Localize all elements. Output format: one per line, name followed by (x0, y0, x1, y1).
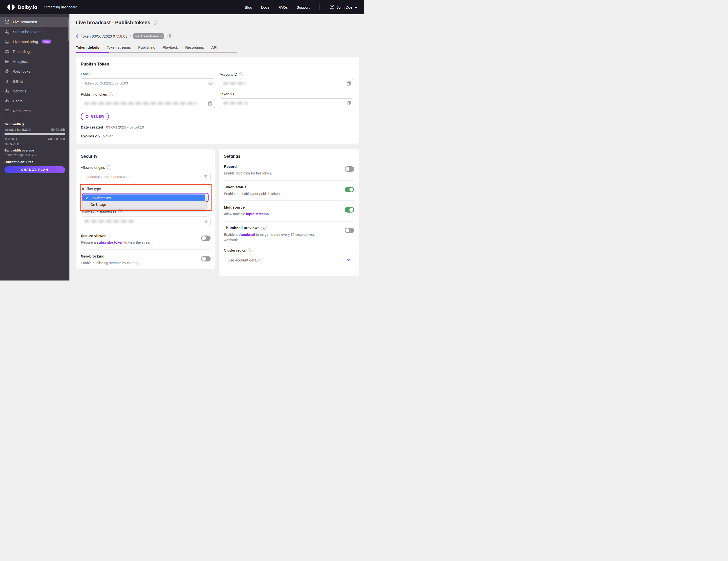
sidebar-item-label: Resources (13, 109, 31, 113)
sidebar: Live broadcast Subscribe tokens Live mon… (0, 14, 69, 281)
tab-playback[interactable]: Playback (163, 45, 178, 52)
thumbnail-previews-info-icon[interactable]: i (261, 226, 266, 230)
tab-underline (76, 52, 237, 53)
edit-allowed-origins-button[interactable] (200, 174, 210, 179)
dropdown-option-label: On Usage (90, 203, 106, 207)
person-shield-icon (4, 29, 9, 34)
multisource-title: Multisource (224, 205, 270, 209)
chevron-down-icon (354, 6, 358, 8)
date-created-value: 03 Oct 2023 - 07:58:10 (106, 125, 144, 129)
sidebar-item-users[interactable]: Users (0, 96, 69, 106)
label-field (81, 78, 215, 88)
record-desc: Enable recording for this token. (224, 171, 272, 176)
page-info-icon[interactable]: i (153, 21, 157, 25)
allowed-origins-input[interactable] (85, 175, 200, 179)
breadcrumb-separator: / (129, 34, 130, 38)
ip-filter-dropdown-menu: ✓ IP Addresses On Usage (83, 194, 206, 209)
tab-token-streams[interactable]: Token streams (107, 45, 131, 52)
cluster-region-info-icon[interactable]: i (248, 248, 252, 252)
change-plan-button[interactable]: CHANGE PLAN (4, 166, 65, 173)
allowed-origins-label: Allowed origins (81, 166, 105, 170)
bandwidth-used: Used 0.00 B (48, 137, 65, 141)
sidebar-item-resources[interactable]: Resources (0, 106, 69, 116)
account-id-field (220, 79, 354, 88)
monitor-icon (4, 39, 9, 44)
copy-stream-button[interactable] (167, 34, 171, 39)
copy-publishing-token-button[interactable] (205, 101, 215, 106)
tab-token-details[interactable]: Token details (76, 45, 99, 52)
account-id-info-icon[interactable]: i (239, 72, 243, 76)
edit-allowed-ip-button[interactable] (200, 219, 210, 224)
included-bandwidth-label: Included bandwidth (4, 128, 31, 131)
record-toggle[interactable] (345, 166, 354, 172)
publishing-token-info-icon[interactable]: i (109, 92, 113, 96)
input-streams-link[interactable]: input streams (246, 212, 269, 216)
dropdown-option-ip-addresses[interactable]: ✓ IP Addresses (83, 194, 205, 201)
current-plan: Current plan: Free (4, 160, 65, 164)
secure-viewer-toggle[interactable] (201, 236, 211, 241)
bandwidth-overage-title: Bandwidth overage (4, 149, 65, 152)
tab-recordings[interactable]: Recordings (185, 45, 204, 52)
publish-token-card: Publish Token Label Account IDi (76, 57, 359, 144)
user-name: John Doe (337, 5, 352, 9)
allowed-ip-addresses-field (81, 216, 211, 226)
dolby-logo: Dolby.io (6, 4, 37, 10)
sidebar-item-label: Live monitoring (13, 40, 38, 44)
token-id-label: Token ID (220, 92, 354, 96)
copy-account-id-button[interactable] (344, 81, 354, 86)
sidebar-item-analytics[interactable]: Analytics (0, 56, 69, 66)
publishing-token-field (81, 99, 215, 108)
tab-api[interactable]: API (211, 45, 217, 52)
thumbnail-previews-toggle[interactable] (345, 228, 354, 233)
dropdown-option-on-usage[interactable]: On Usage (83, 201, 205, 208)
subscribe-token-link[interactable]: subscribe token (97, 240, 123, 244)
secure-viewer-desc: Require a subscribe token to view the st… (81, 240, 153, 245)
broadcast-icon (4, 19, 9, 24)
header-subtitle: Streaming dashboard (44, 5, 77, 9)
breadcrumb-token[interactable]: Token 03/Oct/2023 07:58:03 (81, 34, 127, 38)
nav-support[interactable]: Support (297, 5, 310, 9)
row-divider (224, 221, 354, 222)
renew-button[interactable]: RENEW (81, 113, 109, 120)
tab-publishing[interactable]: Publishing (138, 45, 155, 52)
sidebar-item-live-broadcast[interactable]: Live broadcast (0, 17, 69, 27)
nav-blog[interactable]: Blog (245, 5, 252, 9)
token-status-desc: Enable or disable your publish token. (224, 191, 281, 197)
nav-faqs[interactable]: FAQs (278, 5, 288, 9)
bandwidth-title[interactable]: Bandwidth ❯ (4, 122, 65, 126)
user-menu[interactable]: John Doe (330, 5, 358, 10)
sidebar-item-live-monitoring[interactable]: Live monitoring New (0, 37, 69, 46)
allowed-ip-info-icon[interactable]: i (118, 209, 123, 213)
bandwidth-progress-bar (4, 133, 65, 135)
token-id-field (220, 98, 354, 108)
multisource-desc: Allow multiple input streams. (224, 212, 270, 217)
sidebar-item-webhooks[interactable]: Webhooks (0, 66, 69, 76)
users-icon (4, 98, 9, 103)
allowed-origins-field (81, 172, 211, 181)
chevron-left-icon[interactable] (76, 34, 79, 38)
geo-blocking-toggle[interactable] (201, 256, 211, 261)
label-input[interactable] (85, 81, 205, 85)
publishing-token-redacted-value (85, 102, 197, 105)
stream-name-dropdown[interactable]: myStreamName ▾ (133, 33, 164, 39)
sidebar-item-recordings[interactable]: Recordings (0, 46, 69, 56)
multisource-toggle[interactable] (345, 207, 354, 213)
active-tab-underline (76, 52, 109, 53)
page-title: Live broadcast - Publish tokens (76, 20, 150, 25)
settings-title: Settings (224, 154, 354, 159)
bandwidth-in: In 0.00 B (4, 137, 17, 141)
sidebar-item-subscribe-tokens[interactable]: Subscribe tokens (0, 27, 69, 37)
sidebar-item-billing[interactable]: $ Billing (0, 76, 69, 86)
sidebar-scrollbar[interactable] (68, 19, 69, 41)
expires-on-value: Never (103, 134, 113, 138)
nav-docs[interactable]: Docs (261, 5, 270, 9)
thumbnail-link[interactable]: thumbnail (238, 233, 255, 237)
edit-label-button[interactable] (205, 81, 215, 86)
token-status-toggle[interactable] (345, 187, 354, 192)
sidebar-item-settings[interactable]: Settings (0, 86, 69, 96)
sidebar-item-label: Recordings (13, 49, 32, 54)
dolby-double-d-icon (6, 4, 16, 10)
cluster-region-select[interactable]: Use account default (224, 255, 354, 265)
allowed-origins-info-icon[interactable]: i (107, 165, 111, 170)
copy-token-id-button[interactable] (344, 101, 354, 106)
